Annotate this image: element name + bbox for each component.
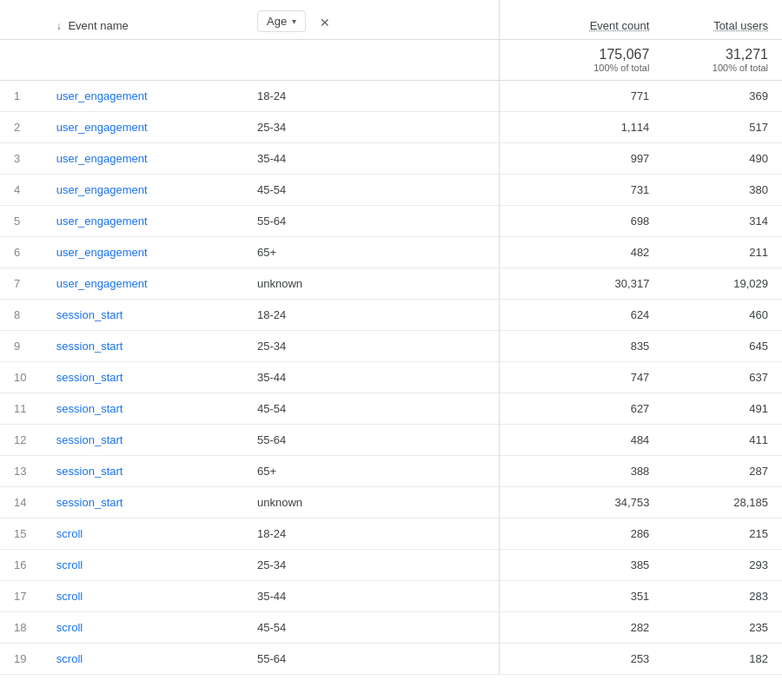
age-cell: unknown	[243, 268, 499, 300]
table-row: 6user_engagement65+482211	[0, 237, 782, 268]
event-name-link[interactable]: user_engagement	[56, 183, 148, 196]
summary-total-users-pct: 100% of total	[677, 63, 768, 73]
event-name-link[interactable]: session_start	[56, 402, 123, 415]
event-name-cell[interactable]: user_engagement	[43, 206, 243, 237]
age-cell: unknown	[243, 487, 499, 518]
age-filter-button[interactable]: Age ▾	[257, 10, 306, 32]
event-name-link[interactable]: user_engagement	[56, 89, 148, 102]
event-name-link[interactable]: user_engagement	[56, 246, 148, 259]
event-name-link[interactable]: user_engagement	[56, 121, 148, 134]
summary-event-count-value: 175,067	[514, 47, 650, 63]
event-name-link[interactable]: scroll	[56, 652, 83, 665]
total-users-cell: 637	[663, 362, 782, 393]
event-name-cell[interactable]: session_start	[43, 362, 243, 393]
row-number: 2	[0, 112, 43, 143]
age-cell: 55-64	[243, 206, 499, 237]
event-name-link[interactable]: session_start	[56, 433, 123, 446]
event-name-link[interactable]: session_start	[56, 308, 123, 321]
event-name-cell[interactable]: session_start	[43, 331, 243, 362]
event-name-link[interactable]: session_start	[56, 496, 123, 509]
total-users-cell: 645	[663, 331, 782, 362]
event-name-link[interactable]: session_start	[56, 340, 123, 353]
table-row: 3user_engagement35-44997490	[0, 143, 782, 175]
table-row: 15scroll18-24286215	[0, 518, 782, 550]
table-row: 19scroll55-64253182	[0, 644, 782, 675]
event-name-cell[interactable]: session_start	[43, 487, 243, 518]
event-count-cell: 624	[499, 300, 663, 331]
total-users-column-header[interactable]: Total users	[663, 0, 782, 40]
event-name-cell[interactable]: scroll	[43, 612, 243, 644]
event-name-cell[interactable]: user_engagement	[43, 143, 243, 175]
table-row: 4user_engagement45-54731380	[0, 175, 782, 206]
event-name-link[interactable]: session_start	[56, 465, 123, 478]
event-name-link[interactable]: scroll	[56, 558, 83, 571]
event-name-cell[interactable]: scroll	[43, 518, 243, 550]
event-count-cell: 1,114	[499, 112, 663, 143]
age-cell: 25-34	[243, 550, 499, 581]
row-number: 18	[0, 612, 43, 644]
event-name-cell[interactable]: scroll	[43, 581, 243, 612]
total-users-cell: 517	[663, 112, 782, 143]
event-count-column-header[interactable]: Event count	[499, 0, 663, 40]
row-number: 9	[0, 331, 43, 362]
event-count-cell: 627	[499, 393, 663, 425]
age-cell: 35-44	[243, 362, 499, 393]
table-row: 11session_start45-54627491	[0, 393, 782, 425]
total-users-cell: 490	[663, 143, 782, 175]
table-row: 7user_engagementunknown30,31719,029	[0, 268, 782, 300]
summary-total-users: 31,271 100% of total	[663, 40, 782, 81]
event-count-cell: 997	[499, 143, 663, 175]
event-name-link[interactable]: scroll	[56, 527, 83, 540]
age-cell: 25-34	[243, 112, 499, 143]
event-count-cell: 351	[499, 581, 663, 612]
table-row: 12session_start55-64484411	[0, 425, 782, 456]
event-name-link[interactable]: scroll	[56, 590, 83, 603]
row-number: 16	[0, 550, 43, 581]
dropdown-arrow-icon: ▾	[292, 17, 296, 26]
age-filter-label: Age	[267, 15, 287, 28]
summary-event-count-pct: 100% of total	[514, 63, 650, 73]
event-name-link[interactable]: session_start	[56, 371, 123, 384]
event-count-cell: 731	[499, 175, 663, 206]
event-name-cell[interactable]: session_start	[43, 300, 243, 331]
age-cell: 18-24	[243, 518, 499, 550]
row-number: 10	[0, 362, 43, 393]
table-row: 17scroll35-44351283	[0, 581, 782, 612]
row-number: 17	[0, 581, 43, 612]
row-num-header	[0, 0, 43, 40]
event-count-cell: 388	[499, 456, 663, 487]
summary-event-count: 175,067 100% of total	[499, 40, 663, 81]
row-number: 3	[0, 143, 43, 175]
age-column-header[interactable]: Age ▾ ✕	[243, 0, 499, 40]
event-name-cell[interactable]: scroll	[43, 644, 243, 675]
table-row: 2user_engagement25-341,114517	[0, 112, 782, 143]
event-name-cell[interactable]: session_start	[43, 456, 243, 487]
total-users-label: Total users	[713, 19, 768, 32]
event-name-cell[interactable]: user_engagement	[43, 112, 243, 143]
sort-icon: ↓	[56, 20, 62, 32]
event-name-cell[interactable]: scroll	[43, 550, 243, 581]
event-name-column-header[interactable]: ↓ Event name	[43, 0, 243, 40]
analytics-table: ↓ Event name Age ▾ ✕ Event count Total u…	[0, 0, 782, 675]
age-cell: 18-24	[243, 81, 499, 112]
event-name-cell[interactable]: user_engagement	[43, 175, 243, 206]
event-name-cell[interactable]: user_engagement	[43, 81, 243, 112]
total-users-cell: 28,185	[663, 487, 782, 518]
total-users-cell: 235	[663, 612, 782, 644]
age-cell: 55-64	[243, 644, 499, 675]
row-number: 11	[0, 393, 43, 425]
event-name-link[interactable]: user_engagement	[56, 277, 148, 290]
event-name-cell[interactable]: session_start	[43, 425, 243, 456]
summary-spacer	[0, 40, 499, 81]
event-name-link[interactable]: user_engagement	[56, 215, 148, 228]
event-name-cell[interactable]: user_engagement	[43, 268, 243, 300]
row-number: 6	[0, 237, 43, 268]
event-name-link[interactable]: scroll	[56, 621, 83, 634]
close-filter-button[interactable]: ✕	[320, 16, 330, 30]
event-name-link[interactable]: user_engagement	[56, 152, 148, 165]
event-count-cell: 253	[499, 644, 663, 675]
event-name-cell[interactable]: user_engagement	[43, 237, 243, 268]
age-cell: 25-34	[243, 331, 499, 362]
event-count-cell: 482	[499, 237, 663, 268]
event-name-cell[interactable]: session_start	[43, 393, 243, 425]
